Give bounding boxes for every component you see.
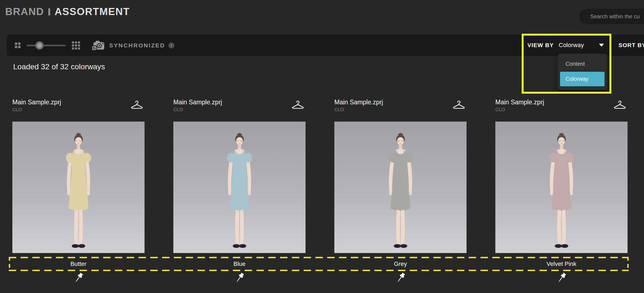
search-input[interactable] [590, 13, 644, 20]
avatar [379, 130, 422, 251]
card-title: Main Sample.zprj [173, 99, 306, 106]
view-by-label: VIEW BY [527, 42, 554, 48]
thumbnail-large-icon[interactable] [72, 41, 80, 50]
card-source: CLO [334, 107, 467, 113]
brand-title: BRAND [5, 6, 44, 18]
avatar [57, 130, 100, 251]
dropdown-option-content[interactable]: Content [558, 58, 607, 70]
svg-text:↻: ↻ [93, 46, 96, 50]
title-divider [48, 8, 50, 16]
colorway-name: Butter [12, 260, 145, 268]
card-header: Main Sample.zprj CLO [334, 99, 467, 122]
colorway-card[interactable]: Main Sample.zprj CLO [334, 99, 467, 253]
hanger-icon[interactable] [291, 99, 305, 111]
card-title: Main Sample.zprj [12, 99, 145, 106]
hanger-icon[interactable] [613, 99, 627, 111]
pushpin-icon[interactable] [173, 272, 306, 284]
page-header: BRAND ASSORTMENT [5, 6, 130, 18]
colorway-name-dropzone: Butter Blue Grey Velvet Pink [9, 257, 629, 271]
card-header: Main Sample.zprj CLO [173, 99, 306, 122]
card-source: CLO [12, 107, 145, 113]
view-by-select[interactable]: Colorway [559, 42, 584, 49]
page-title: ASSORTMENT [55, 6, 130, 18]
pushpin-icon[interactable] [12, 272, 145, 284]
hanger-icon[interactable] [452, 99, 466, 111]
colorway-card[interactable]: Main Sample.zprj CLO [12, 99, 145, 253]
card-title: Main Sample.zprj [334, 99, 467, 106]
synchronized-label: SYNCHRONIZED [109, 42, 165, 49]
pin-row [12, 272, 628, 284]
info-icon[interactable]: ! [168, 42, 174, 48]
sort-by-label[interactable]: SORT BY [618, 42, 644, 48]
colorway-name: Velvet Pink [495, 260, 628, 268]
assortment-page: BRAND ASSORTMENT ↻ SYNCHRONIZED ! [0, 0, 644, 293]
loaded-status: Loaded 32 of 32 colorways [13, 62, 105, 71]
colorway-name: Blue [173, 260, 306, 268]
thumbnail-size-slider[interactable] [27, 41, 66, 50]
search-box[interactable] [579, 9, 644, 24]
thumbnail-small-icon[interactable] [15, 42, 21, 48]
card-header: Main Sample.zprj CLO [12, 99, 145, 122]
chevron-down-icon[interactable] [599, 44, 604, 47]
pushpin-icon[interactable] [334, 272, 467, 284]
hanger-icon[interactable] [130, 99, 144, 111]
avatar [218, 130, 261, 251]
card-header: Main Sample.zprj CLO [495, 99, 628, 122]
slider-track[interactable] [27, 45, 66, 46]
card-source: CLO [173, 107, 306, 113]
avatar [540, 130, 583, 251]
camera-sync-icon[interactable]: ↻ [91, 39, 105, 51]
garment-preview[interactable] [495, 122, 628, 253]
colorway-card-grid: Main Sample.zprj CLO [12, 99, 628, 253]
garment-preview[interactable] [173, 122, 306, 253]
colorway-card[interactable]: Main Sample.zprj CLO [495, 99, 628, 253]
colorway-card[interactable]: Main Sample.zprj CLO [173, 99, 306, 253]
slider-thumb[interactable] [35, 41, 44, 50]
card-source: CLO [495, 107, 628, 113]
colorway-name: Grey [334, 260, 467, 268]
dropdown-option-colorway[interactable]: Colorway [560, 72, 605, 86]
card-title: Main Sample.zprj [495, 99, 628, 106]
view-by-dropdown: Content Colorway [558, 54, 607, 90]
garment-preview[interactable] [334, 122, 467, 253]
pushpin-icon[interactable] [495, 272, 628, 284]
garment-preview[interactable] [12, 122, 145, 253]
